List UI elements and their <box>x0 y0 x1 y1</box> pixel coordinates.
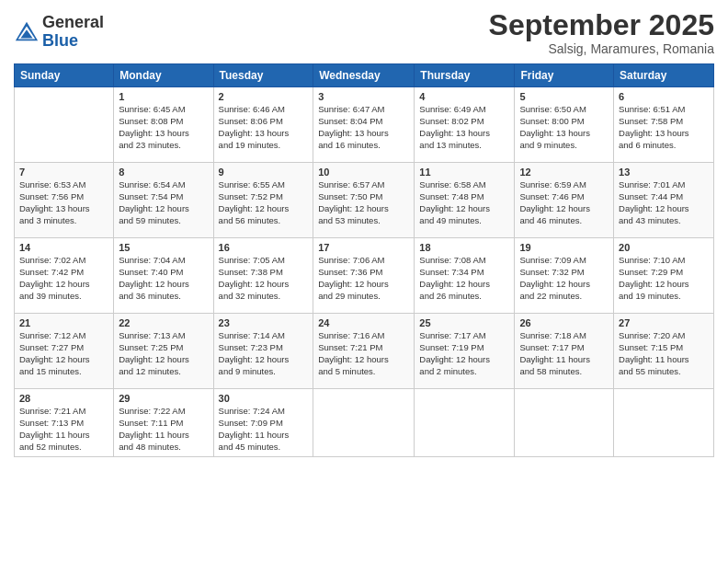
calendar-cell: 29Sunrise: 7:22 AM Sunset: 7:11 PM Dayli… <box>114 389 213 457</box>
calendar-cell: 15Sunrise: 7:04 AM Sunset: 7:40 PM Dayli… <box>114 238 213 314</box>
calendar-cell: 8Sunrise: 6:54 AM Sunset: 7:54 PM Daylig… <box>114 163 213 238</box>
weekday-header-saturday: Saturday <box>614 64 714 87</box>
day-number: 7 <box>19 167 108 178</box>
day-info: Sunrise: 7:05 AM Sunset: 7:38 PM Dayligh… <box>219 255 309 302</box>
day-info: Sunrise: 7:10 AM Sunset: 7:29 PM Dayligh… <box>619 255 709 302</box>
day-info: Sunrise: 6:57 AM Sunset: 7:50 PM Dayligh… <box>318 179 409 226</box>
day-number: 4 <box>419 91 509 102</box>
week-row-2: 7Sunrise: 6:53 AM Sunset: 7:56 PM Daylig… <box>15 163 714 238</box>
calendar-cell: 20Sunrise: 7:10 AM Sunset: 7:29 PM Dayli… <box>614 238 714 314</box>
calendar-cell <box>415 389 515 457</box>
day-number: 13 <box>619 167 709 178</box>
calendar-cell: 18Sunrise: 7:08 AM Sunset: 7:34 PM Dayli… <box>415 238 515 314</box>
day-number: 6 <box>619 91 709 102</box>
day-info: Sunrise: 6:50 AM Sunset: 8:00 PM Dayligh… <box>519 104 609 151</box>
day-number: 25 <box>419 317 509 328</box>
weekday-header-monday: Monday <box>114 64 213 87</box>
calendar-cell: 19Sunrise: 7:09 AM Sunset: 7:32 PM Dayli… <box>515 238 614 314</box>
day-info: Sunrise: 6:51 AM Sunset: 7:58 PM Dayligh… <box>619 104 709 151</box>
calendar-cell: 26Sunrise: 7:18 AM Sunset: 7:17 PM Dayli… <box>515 314 614 389</box>
calendar-cell: 25Sunrise: 7:17 AM Sunset: 7:19 PM Dayli… <box>415 314 515 389</box>
day-info: Sunrise: 7:17 AM Sunset: 7:19 PM Dayligh… <box>419 330 509 377</box>
calendar-cell <box>15 87 114 163</box>
calendar-cell: 2Sunrise: 6:46 AM Sunset: 8:06 PM Daylig… <box>213 87 313 163</box>
calendar-cell <box>313 389 415 457</box>
day-number: 19 <box>519 242 609 253</box>
day-number: 14 <box>19 242 108 253</box>
day-number: 16 <box>219 242 309 253</box>
day-number: 11 <box>419 167 509 178</box>
day-info: Sunrise: 6:55 AM Sunset: 7:52 PM Dayligh… <box>219 179 309 226</box>
day-number: 20 <box>619 242 709 253</box>
day-number: 26 <box>519 317 609 328</box>
calendar-cell <box>614 389 714 457</box>
day-info: Sunrise: 7:20 AM Sunset: 7:15 PM Dayligh… <box>619 330 709 377</box>
calendar-cell: 14Sunrise: 7:02 AM Sunset: 7:42 PM Dayli… <box>15 238 114 314</box>
calendar-cell <box>515 389 614 457</box>
day-info: Sunrise: 7:06 AM Sunset: 7:36 PM Dayligh… <box>318 255 409 302</box>
calendar-cell: 30Sunrise: 7:24 AM Sunset: 7:09 PM Dayli… <box>213 389 313 457</box>
calendar-cell: 3Sunrise: 6:47 AM Sunset: 8:04 PM Daylig… <box>313 87 415 163</box>
day-number: 3 <box>318 91 409 102</box>
calendar: SundayMondayTuesdayWednesdayThursdayFrid… <box>14 63 714 457</box>
day-info: Sunrise: 7:02 AM Sunset: 7:42 PM Dayligh… <box>19 255 108 302</box>
day-info: Sunrise: 6:45 AM Sunset: 8:08 PM Dayligh… <box>119 104 208 151</box>
day-number: 12 <box>519 167 609 178</box>
location: Salsig, Maramures, Romania <box>489 41 714 56</box>
day-number: 5 <box>519 91 609 102</box>
calendar-cell: 21Sunrise: 7:12 AM Sunset: 7:27 PM Dayli… <box>15 314 114 389</box>
day-info: Sunrise: 6:58 AM Sunset: 7:48 PM Dayligh… <box>419 179 509 226</box>
calendar-cell: 5Sunrise: 6:50 AM Sunset: 8:00 PM Daylig… <box>515 87 614 163</box>
day-info: Sunrise: 6:49 AM Sunset: 8:02 PM Dayligh… <box>419 104 509 151</box>
day-info: Sunrise: 6:54 AM Sunset: 7:54 PM Dayligh… <box>119 179 208 226</box>
weekday-header-thursday: Thursday <box>415 64 515 87</box>
day-number: 23 <box>219 317 309 328</box>
day-number: 28 <box>19 393 108 404</box>
day-number: 8 <box>119 167 208 178</box>
day-number: 1 <box>119 91 208 102</box>
weekday-header-tuesday: Tuesday <box>213 64 313 87</box>
day-info: Sunrise: 7:01 AM Sunset: 7:44 PM Dayligh… <box>619 179 709 226</box>
day-info: Sunrise: 7:22 AM Sunset: 7:11 PM Dayligh… <box>119 406 208 453</box>
calendar-cell: 28Sunrise: 7:21 AM Sunset: 7:13 PM Dayli… <box>15 389 114 457</box>
logo-general: General <box>42 13 104 31</box>
day-number: 2 <box>219 91 309 102</box>
logo: General Blue <box>14 14 104 51</box>
calendar-cell: 24Sunrise: 7:16 AM Sunset: 7:21 PM Dayli… <box>313 314 415 389</box>
title-block: September 2025 Salsig, Maramures, Romani… <box>489 9 714 56</box>
day-info: Sunrise: 6:47 AM Sunset: 8:04 PM Dayligh… <box>318 104 409 151</box>
day-info: Sunrise: 7:08 AM Sunset: 7:34 PM Dayligh… <box>419 255 509 302</box>
calendar-cell: 10Sunrise: 6:57 AM Sunset: 7:50 PM Dayli… <box>313 163 415 238</box>
calendar-cell: 4Sunrise: 6:49 AM Sunset: 8:02 PM Daylig… <box>415 87 515 163</box>
week-row-4: 21Sunrise: 7:12 AM Sunset: 7:27 PM Dayli… <box>15 314 714 389</box>
week-row-3: 14Sunrise: 7:02 AM Sunset: 7:42 PM Dayli… <box>15 238 714 314</box>
day-info: Sunrise: 7:24 AM Sunset: 7:09 PM Dayligh… <box>219 406 309 453</box>
day-number: 29 <box>119 393 208 404</box>
calendar-cell: 12Sunrise: 6:59 AM Sunset: 7:46 PM Dayli… <box>515 163 614 238</box>
day-number: 18 <box>419 242 509 253</box>
day-number: 27 <box>619 317 709 328</box>
calendar-cell: 11Sunrise: 6:58 AM Sunset: 7:48 PM Dayli… <box>415 163 515 238</box>
month-title: September 2025 <box>489 9 714 41</box>
weekday-header-wednesday: Wednesday <box>313 64 415 87</box>
weekday-header-row: SundayMondayTuesdayWednesdayThursdayFrid… <box>15 64 714 87</box>
weekday-header-friday: Friday <box>515 64 614 87</box>
logo-text: General Blue <box>42 14 104 51</box>
day-info: Sunrise: 7:04 AM Sunset: 7:40 PM Dayligh… <box>119 255 208 302</box>
day-number: 22 <box>119 317 208 328</box>
day-number: 15 <box>119 242 208 253</box>
day-info: Sunrise: 7:13 AM Sunset: 7:25 PM Dayligh… <box>119 330 208 377</box>
day-info: Sunrise: 7:14 AM Sunset: 7:23 PM Dayligh… <box>219 330 309 377</box>
week-row-5: 28Sunrise: 7:21 AM Sunset: 7:13 PM Dayli… <box>15 389 714 457</box>
calendar-cell: 22Sunrise: 7:13 AM Sunset: 7:25 PM Dayli… <box>114 314 213 389</box>
day-info: Sunrise: 7:12 AM Sunset: 7:27 PM Dayligh… <box>19 330 108 377</box>
calendar-cell: 23Sunrise: 7:14 AM Sunset: 7:23 PM Dayli… <box>213 314 313 389</box>
day-number: 21 <box>19 317 108 328</box>
week-row-1: 1Sunrise: 6:45 AM Sunset: 8:08 PM Daylig… <box>15 87 714 163</box>
header: General Blue September 2025 Salsig, Mara… <box>14 9 714 56</box>
day-number: 24 <box>318 317 409 328</box>
day-info: Sunrise: 7:16 AM Sunset: 7:21 PM Dayligh… <box>318 330 409 377</box>
day-info: Sunrise: 7:21 AM Sunset: 7:13 PM Dayligh… <box>19 406 108 453</box>
calendar-cell: 27Sunrise: 7:20 AM Sunset: 7:15 PM Dayli… <box>614 314 714 389</box>
calendar-cell: 13Sunrise: 7:01 AM Sunset: 7:44 PM Dayli… <box>614 163 714 238</box>
